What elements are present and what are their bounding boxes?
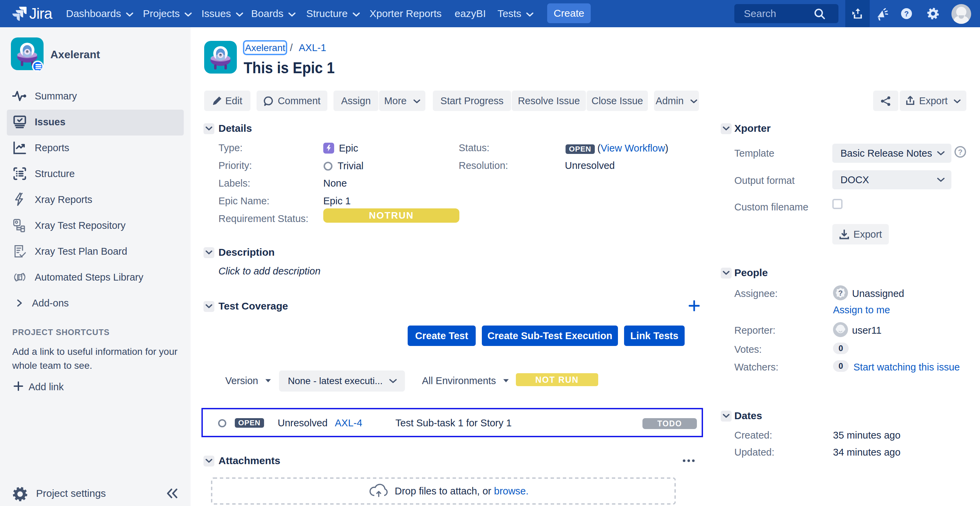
- svg-text:?: ?: [904, 10, 908, 18]
- svg-text:?: ?: [838, 289, 843, 297]
- svg-text:?: ?: [958, 148, 962, 156]
